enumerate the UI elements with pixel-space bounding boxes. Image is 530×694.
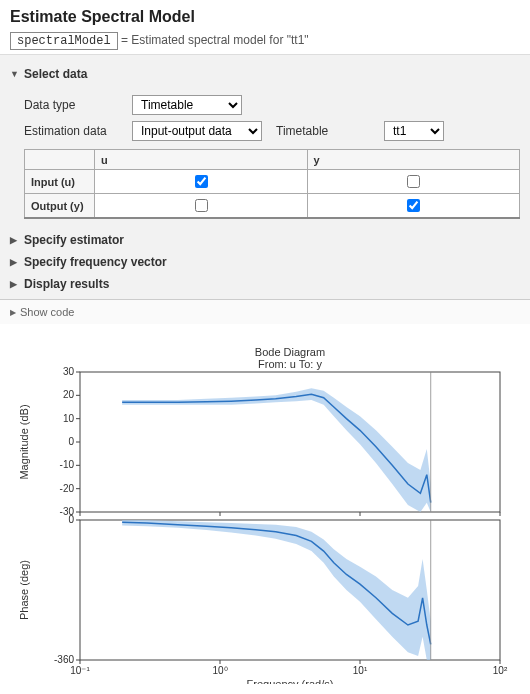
timetable-label: Timetable bbox=[276, 124, 376, 138]
check-output-y[interactable] bbox=[407, 199, 420, 212]
row-label-input: Input (u) bbox=[25, 170, 95, 194]
output-variable-line: spectralModel = Estimated spectral model… bbox=[10, 32, 520, 50]
svg-text:Bode Diagram: Bode Diagram bbox=[255, 346, 325, 358]
svg-text:Phase (deg): Phase (deg) bbox=[18, 560, 30, 620]
check-input-y[interactable] bbox=[407, 175, 420, 188]
chevron-right-icon: ▶ bbox=[10, 235, 20, 245]
variable-description: = Estimated spectral model for "tt1" bbox=[121, 33, 309, 47]
check-output-u[interactable] bbox=[195, 199, 208, 212]
chevron-right-icon: ▶ bbox=[10, 279, 20, 289]
row-label-output: Output (y) bbox=[25, 194, 95, 219]
svg-text:0: 0 bbox=[68, 514, 74, 525]
chevron-right-icon: ▶ bbox=[10, 257, 20, 267]
svg-text:10⁻¹: 10⁻¹ bbox=[70, 665, 90, 676]
io-selection-table: u y Input (u) Output (y) bbox=[24, 149, 520, 219]
estimation-data-select[interactable]: Input-output data bbox=[132, 121, 262, 141]
svg-text:20: 20 bbox=[63, 389, 75, 400]
col-header-y: y bbox=[307, 150, 520, 170]
data-type-select[interactable]: Timetable bbox=[132, 95, 242, 115]
variable-name: spectralModel bbox=[10, 32, 118, 50]
svg-text:Frequency  (rad/s): Frequency (rad/s) bbox=[247, 678, 334, 684]
section-select-data[interactable]: ▼ Select data bbox=[10, 63, 520, 85]
col-header-u: u bbox=[95, 150, 308, 170]
svg-text:10⁰: 10⁰ bbox=[212, 665, 227, 676]
section-display-results[interactable]: ▶ Display results bbox=[10, 273, 520, 295]
svg-text:From: u  To: y: From: u To: y bbox=[258, 358, 322, 370]
header: Estimate Spectral Model spectralModel = … bbox=[0, 0, 530, 54]
svg-text:-360: -360 bbox=[54, 654, 74, 665]
table-row: Output (y) bbox=[25, 194, 520, 219]
section-select-data-body: Data type Timetable Estimation data Inpu… bbox=[10, 85, 520, 229]
svg-text:0: 0 bbox=[68, 436, 74, 447]
bode-plot: Bode DiagramFrom: u To: y-30-20-10010203… bbox=[0, 324, 530, 694]
svg-text:-20: -20 bbox=[60, 483, 75, 494]
section-specify-frequency-vector[interactable]: ▶ Specify frequency vector bbox=[10, 251, 520, 273]
controls-panel: ▼ Select data Data type Timetable Estima… bbox=[0, 54, 530, 299]
svg-text:10²: 10² bbox=[493, 665, 508, 676]
section-specify-estimator[interactable]: ▶ Specify estimator bbox=[10, 229, 520, 251]
page-title: Estimate Spectral Model bbox=[10, 8, 520, 26]
data-type-label: Data type bbox=[24, 98, 124, 112]
timetable-select[interactable]: tt1 bbox=[384, 121, 444, 141]
table-row: Input (u) bbox=[25, 170, 520, 194]
svg-text:30: 30 bbox=[63, 366, 75, 377]
estimation-data-label: Estimation data bbox=[24, 124, 124, 138]
chevron-right-icon: ▶ bbox=[10, 308, 16, 317]
svg-text:-10: -10 bbox=[60, 459, 75, 470]
show-code-toggle[interactable]: ▶ Show code bbox=[0, 299, 530, 324]
chevron-down-icon: ▼ bbox=[10, 69, 20, 79]
svg-text:Magnitude (dB): Magnitude (dB) bbox=[18, 404, 30, 479]
svg-text:10¹: 10¹ bbox=[353, 665, 368, 676]
check-input-u[interactable] bbox=[195, 175, 208, 188]
svg-text:10: 10 bbox=[63, 413, 75, 424]
